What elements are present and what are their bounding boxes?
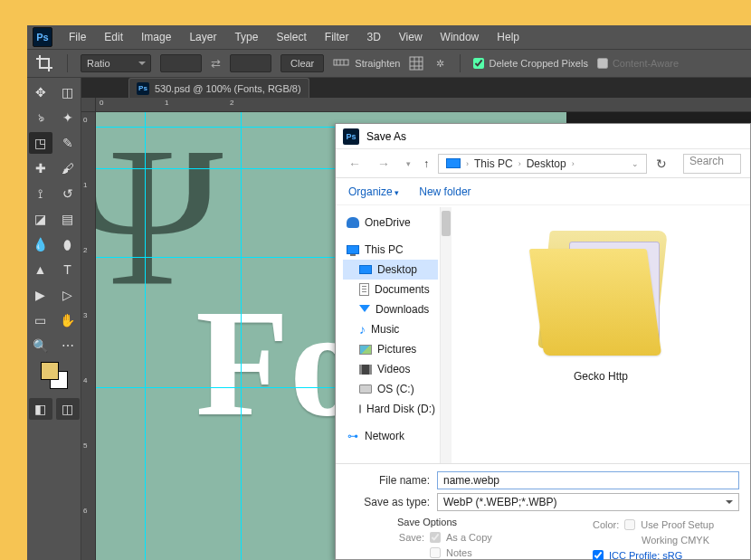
path-select-tool[interactable]: ▶	[29, 284, 52, 306]
tree-this-pc[interactable]: This PC	[343, 240, 438, 260]
menu-filter[interactable]: Filter	[318, 29, 356, 45]
save-type-select[interactable]: WebP (*.WEBP;*.WBP)	[437, 493, 739, 511]
horizontal-ruler[interactable]: 0 1 2	[96, 98, 751, 112]
new-folder-button[interactable]: New folder	[419, 185, 471, 198]
healing-brush-tool[interactable]: ✚	[29, 157, 52, 179]
crop-tool-icon[interactable]	[36, 55, 54, 71]
direct-select-tool[interactable]: ▷	[56, 284, 80, 306]
dialog-title-bar[interactable]: Ps Save As	[336, 124, 750, 149]
guide-line[interactable]	[241, 112, 242, 560]
document-tab[interactable]: Ps 530.psd @ 100% (Fonts, RGB/8)	[128, 78, 309, 98]
menu-layer[interactable]: Layer	[182, 29, 223, 45]
delete-cropped-checkbox[interactable]: Delete Cropped Pixels	[473, 58, 587, 69]
history-brush-tool[interactable]: ↺	[56, 183, 80, 204]
tree-videos[interactable]: Videos	[343, 359, 438, 379]
notes-checkbox	[430, 547, 441, 558]
icc-profile-link[interactable]: ICC Profile: sRG	[609, 550, 682, 561]
dodge-tool[interactable]: ⬮	[56, 233, 80, 255]
videos-icon	[359, 365, 372, 375]
menu-select[interactable]: Select	[269, 29, 313, 45]
dialog-nav-bar: ← → ▾ ↑ › This PC › Desktop › ⌄ ↻ Search	[336, 149, 750, 178]
vertical-ruler[interactable]: 0 1 2 3 4 5 6	[81, 112, 96, 560]
crop-tool[interactable]: ◳	[29, 132, 52, 154]
pc-icon	[347, 245, 359, 254]
folder-content[interactable]: Gecko Http	[452, 207, 750, 463]
as-copy-label: As a Copy	[446, 532, 492, 543]
type-tool[interactable]: T	[56, 259, 80, 280]
organize-button[interactable]: Organize	[348, 185, 399, 198]
swap-dimensions-icon[interactable]: ⇄	[211, 57, 221, 71]
pen-tool[interactable]: ▲	[29, 259, 52, 280]
breadcrumb-segment[interactable]: Desktop	[527, 157, 566, 170]
crop-settings-icon[interactable]: ✲	[433, 56, 447, 71]
tree-pictures[interactable]: Pictures	[343, 339, 438, 359]
color-label: Color:	[593, 519, 619, 530]
tree-onedrive[interactable]: OneDrive	[343, 213, 438, 233]
history-dropdown-icon[interactable]: ⌄	[632, 159, 639, 168]
notes-label: Notes	[446, 547, 472, 558]
foreground-color[interactable]	[41, 362, 59, 380]
file-name-input[interactable]: name.webp	[437, 471, 739, 489]
move-tool[interactable]: ✥	[29, 81, 52, 103]
menu-edit[interactable]: Edit	[97, 29, 130, 45]
quick-mask-icon[interactable]: ◧	[29, 398, 52, 420]
screen-mode-icon[interactable]: ◫	[56, 398, 80, 420]
clone-stamp-tool[interactable]: ⟟	[29, 183, 52, 204]
gradient-tool[interactable]: ▤	[56, 208, 80, 230]
eyedropper-tool[interactable]: ✎	[56, 132, 80, 154]
menu-type[interactable]: Type	[227, 29, 265, 45]
lasso-tool[interactable]: ঌ	[29, 107, 52, 128]
chevron-right-icon[interactable]: ›	[518, 159, 521, 168]
guide-line[interactable]	[145, 112, 146, 560]
color-swatches[interactable]	[41, 362, 68, 389]
blur-tool[interactable]: 💧	[29, 233, 52, 255]
tree-scrollbar[interactable]	[441, 207, 452, 463]
dialog-toolbar: Organize New folder	[336, 178, 750, 205]
tree-os-drive[interactable]: OS (C:)	[343, 379, 438, 399]
menu-help[interactable]: Help	[490, 29, 527, 45]
chevron-right-icon[interactable]: ›	[466, 159, 469, 168]
marquee-tool[interactable]: ◫	[56, 81, 80, 103]
chevron-right-icon[interactable]: ›	[572, 159, 575, 168]
rectangle-tool[interactable]: ▭	[29, 309, 52, 331]
menu-3d[interactable]: 3D	[359, 29, 387, 45]
crop-width-input[interactable]	[160, 54, 202, 72]
tree-network[interactable]: ⊶Network	[343, 426, 438, 446]
menu-window[interactable]: Window	[433, 29, 487, 45]
overlay-grid-icon[interactable]	[409, 56, 423, 71]
menu-file[interactable]: File	[62, 29, 93, 45]
back-button[interactable]: ←	[345, 155, 365, 173]
straighten-icon[interactable]	[333, 56, 349, 71]
edit-toolbar[interactable]: ⋯	[56, 335, 80, 356]
cloud-icon	[347, 217, 359, 228]
breadcrumb-segment[interactable]: This PC	[474, 157, 513, 170]
tree-hard-disk[interactable]: Hard Disk (D:)	[343, 399, 438, 419]
crop-height-input[interactable]	[230, 54, 271, 72]
tree-downloads[interactable]: Downloads	[343, 299, 438, 319]
breadcrumb[interactable]: › This PC › Desktop › ⌄	[438, 154, 647, 174]
clear-button[interactable]: Clear	[280, 54, 324, 72]
zoom-tool[interactable]: 🔍	[29, 335, 52, 356]
brush-tool[interactable]: 🖌	[56, 157, 80, 179]
straighten-label[interactable]: Straighten	[355, 58, 400, 69]
ratio-select[interactable]: Ratio	[81, 54, 151, 72]
eraser-tool[interactable]: ◪	[29, 208, 52, 230]
up-button[interactable]: ↑	[423, 157, 429, 170]
recent-dropdown-icon[interactable]: ▾	[403, 157, 414, 170]
menu-image[interactable]: Image	[134, 29, 178, 45]
menu-view[interactable]: View	[392, 29, 430, 45]
dialog-title: Save As	[366, 130, 406, 143]
download-icon	[359, 305, 370, 318]
magic-wand-tool[interactable]: ✦	[56, 107, 80, 128]
ruler-origin[interactable]	[81, 98, 96, 112]
folder-item[interactable]: Gecko Http	[524, 220, 678, 383]
tree-desktop[interactable]: Desktop	[343, 260, 438, 280]
tree-music[interactable]: ♪Music	[343, 319, 438, 339]
drive-icon	[359, 404, 361, 413]
search-input[interactable]: Search	[683, 154, 741, 174]
tree-documents[interactable]: Documents	[343, 280, 438, 299]
refresh-button[interactable]: ↻	[656, 157, 667, 171]
hand-tool[interactable]: ✋	[56, 309, 80, 331]
icc-checkbox[interactable]	[593, 550, 604, 561]
pictures-icon	[359, 345, 372, 355]
